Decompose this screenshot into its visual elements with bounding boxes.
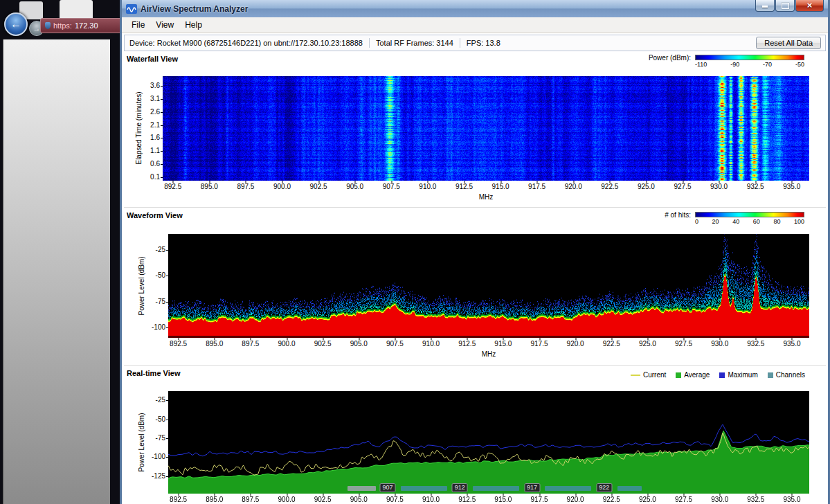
y-axis-tick: 2.6: [150, 108, 160, 116]
legend-swatch: [768, 372, 773, 378]
scale-tick: -50: [795, 61, 804, 68]
y-axis-tick: -75: [156, 434, 165, 442]
hits-scale: # of hits: 020406080100: [665, 212, 804, 225]
x-axis-tick: 900.0: [273, 183, 291, 190]
legend-item-maximum: Maximum: [719, 371, 757, 379]
realtime-view-title: Real-time View: [127, 369, 180, 377]
app-icon: [126, 3, 137, 15]
rf-frames-count: Total RF Frames: 3144: [376, 39, 453, 47]
x-axis-tick: 905.0: [350, 496, 368, 503]
y-axis-tick: -75: [156, 298, 165, 306]
legend-item-average: Average: [676, 371, 710, 379]
legend-label: Average: [684, 371, 710, 379]
menu-bar: File View Help: [122, 17, 828, 33]
x-axis-tick: 930.0: [710, 183, 728, 190]
x-axis-tick: 892.5: [170, 340, 187, 348]
window-title: AirView Spectrum Analyzer: [141, 4, 248, 14]
y-axis-tick: 1.1: [150, 147, 160, 155]
menu-file[interactable]: File: [126, 19, 150, 31]
x-axis-tick: 935.0: [783, 496, 800, 503]
close-icon: ×: [807, 0, 813, 10]
x-axis-tick: 912.5: [458, 340, 476, 348]
y-axis-tick: -25: [156, 396, 165, 404]
x-axis-tick: 902.5: [310, 183, 327, 190]
y-axis-tick: -50: [156, 271, 165, 280]
x-axis-tick: 920.0: [567, 496, 584, 503]
scale-tick: -70: [763, 61, 772, 68]
x-axis-tick: 910.0: [419, 183, 436, 190]
x-axis-tick: 897.5: [237, 183, 254, 190]
hits-scale-label: # of hits:: [665, 212, 691, 219]
realtime-plot-canvas: [168, 391, 809, 494]
realtime-x-axis-ticks: 892.5895.0897.5900.0902.5905.0907.5910.0…: [168, 496, 809, 504]
legend-swatch: [631, 375, 640, 376]
realtime-legend: CurrentAverageMaximumChannels: [631, 371, 805, 379]
legend-item-current: Current: [631, 371, 666, 379]
legend-swatch: [676, 372, 681, 378]
address-host: 172.30: [75, 21, 98, 30]
status-separator: [369, 38, 370, 48]
y-axis-tick: 0.6: [150, 160, 160, 168]
y-axis-tick: -25: [156, 246, 165, 254]
content-area: Waterfall View Power (dBm): -110-90-70-5…: [124, 53, 826, 504]
device-info: Device: Rocket M900 (68725146D221) on ub…: [129, 39, 363, 47]
minimize-icon: [762, 6, 768, 8]
browser-address-bar[interactable]: https: 172.30: [40, 18, 122, 33]
legend-label: Channels: [776, 371, 805, 379]
section-divider: [124, 365, 826, 366]
waterfall-view-title: Waterfall View: [127, 55, 178, 63]
reset-all-data-button[interactable]: Reset All Data: [756, 37, 821, 49]
x-axis-tick: 922.5: [603, 340, 620, 348]
x-axis-tick: 902.5: [314, 340, 332, 348]
x-axis-tick: 927.5: [675, 340, 692, 348]
maximize-button[interactable]: [775, 0, 795, 12]
x-axis-tick: 892.5: [164, 183, 181, 190]
y-axis-tick: -100: [152, 323, 165, 332]
x-axis-tick: 925.0: [638, 183, 655, 190]
waterfall-y-axis-label: Elapsed Time (minutes): [135, 91, 143, 164]
x-axis-tick: 932.5: [747, 340, 764, 348]
title-bar[interactable]: AirView Spectrum Analyzer ×: [122, 0, 828, 18]
minimize-button[interactable]: [755, 0, 775, 12]
menu-view[interactable]: View: [150, 19, 179, 31]
x-axis-tick: 927.5: [675, 496, 692, 503]
x-axis-tick: 900.0: [278, 340, 296, 348]
scale-tick: 60: [753, 218, 760, 225]
scale-tick: 40: [732, 218, 739, 225]
y-axis-tick: -50: [156, 415, 165, 424]
x-axis-tick: 935.0: [783, 340, 800, 348]
power-gradient-bar: [695, 55, 804, 60]
status-bar: Device: Rocket M900 (68725146D221) on ub…: [124, 35, 826, 51]
realtime-y-axis-ticks: -25-50-75-100-125: [147, 391, 167, 494]
waterfall-spectrogram-canvas: [163, 76, 809, 181]
x-axis-tick: 927.5: [674, 183, 691, 190]
y-axis-tick: 0.1: [150, 173, 160, 181]
x-axis-tick: 917.5: [530, 496, 548, 503]
x-axis-tick: 920.0: [567, 340, 584, 348]
waveform-y-axis-ticks: -25-50-75-100: [147, 234, 167, 338]
security-shield-icon: [45, 22, 51, 29]
window-controls: ×: [755, 0, 824, 12]
menu-help[interactable]: Help: [179, 19, 208, 31]
x-axis-tick: 907.5: [383, 183, 400, 190]
legend-item-channels: Channels: [768, 371, 805, 379]
x-axis-tick: 902.5: [314, 496, 332, 503]
screen: ← → https: 172.30 AirView Spectrum Analy…: [0, 0, 830, 504]
x-axis-tick: 910.0: [422, 340, 440, 348]
waterfall-y-axis-ticks: 3.63.12.62.11.61.10.60.1: [143, 76, 161, 181]
x-axis-tick: 895.0: [201, 183, 218, 190]
close-button[interactable]: ×: [795, 0, 824, 12]
x-axis-tick: 897.5: [242, 496, 259, 503]
x-axis-tick: 897.5: [242, 340, 259, 348]
x-axis-tick: 895.0: [206, 496, 223, 503]
x-axis-tick: 922.5: [603, 496, 620, 503]
x-axis-tick: 932.5: [747, 183, 764, 190]
legend-swatch: [719, 372, 725, 378]
scale-tick: 80: [773, 218, 780, 225]
x-axis-tick: 920.0: [565, 183, 582, 190]
x-axis-tick: 907.5: [386, 340, 404, 348]
y-axis-tick: 3.1: [150, 95, 160, 103]
maximize-icon: [782, 3, 789, 9]
fps-value: FPS: 13.8: [467, 39, 500, 47]
browser-back-button[interactable]: ←: [4, 12, 28, 36]
